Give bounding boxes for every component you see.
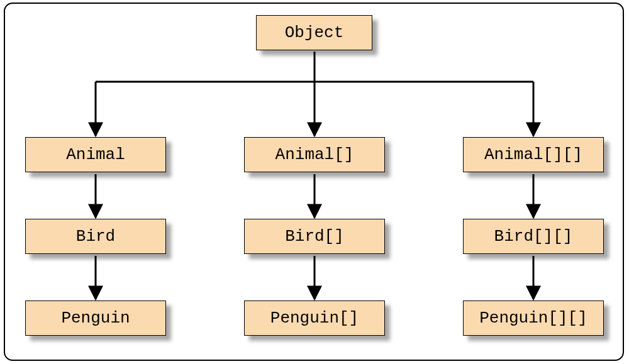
node-bird-0: Bird bbox=[25, 219, 166, 254]
node-bird-1: Bird[] bbox=[244, 219, 385, 254]
node-label: Animal[] bbox=[276, 145, 354, 164]
node-label: Object bbox=[285, 23, 344, 42]
node-penguin-1: Penguin[] bbox=[244, 301, 385, 336]
node-label: Animal[][] bbox=[484, 145, 582, 164]
node-label: Bird[][] bbox=[494, 227, 573, 246]
node-animal-2: Animal[][] bbox=[463, 137, 604, 172]
node-label: Penguin[][] bbox=[479, 309, 587, 328]
node-label: Penguin[] bbox=[270, 309, 359, 328]
node-bird-2: Bird[][] bbox=[463, 219, 604, 254]
node-penguin-0: Penguin bbox=[25, 301, 166, 336]
node-animal-0: Animal bbox=[25, 137, 166, 172]
node-label: Animal bbox=[66, 145, 125, 164]
node-label: Penguin bbox=[61, 309, 130, 328]
node-object: Object bbox=[256, 15, 372, 50]
node-label: Bird[] bbox=[285, 227, 344, 246]
node-penguin-2: Penguin[][] bbox=[463, 301, 604, 336]
node-animal-1: Animal[] bbox=[244, 137, 385, 172]
node-label: Bird bbox=[76, 227, 115, 246]
